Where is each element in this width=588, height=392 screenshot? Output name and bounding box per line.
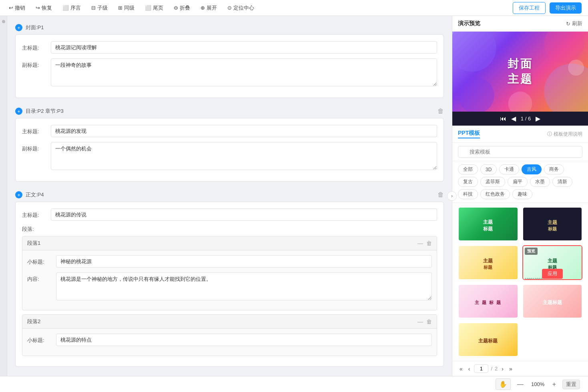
para2-subtitle-input[interactable] [56,334,432,346]
save-button[interactable]: 保存工程 [513,2,546,14]
undo-icon: ↩ [9,5,13,11]
tag-fresh[interactable]: 清新 [552,177,572,187]
tag-all[interactable]: 全部 [458,164,478,174]
toc-title-label: 主标题: [22,125,46,135]
toc-subtitle-input[interactable]: 一个偶然的机会 [51,142,437,170]
template-item-4[interactable]: 主题 标题 应用 预览 100010002 [522,245,583,280]
tail-button[interactable]: ⬜ 尾页 [142,3,166,13]
para1-content-row: 内容: 桃花源是一个神秘的地方，传说中只有有缘人才能找到它的位置。 [27,272,432,300]
tag-ancient[interactable]: 古风 [522,164,542,174]
preview-current-page: 1 [521,116,524,122]
export-button[interactable]: 导出演示 [550,2,582,14]
template-item-2[interactable]: 主题 标题 预览 [522,207,583,241]
cover-section-header: + 封面:P1 [15,24,444,31]
hand-tool-button[interactable]: ✋ [496,378,511,390]
template-item-6[interactable]: 主题标题 预览 [522,284,583,318]
paragraph-1-delete[interactable]: 🗑 [426,240,432,246]
template-thumb-5: 主 题 标 题 [459,285,518,318]
preview-text-overlay: 封面 主题 [508,56,533,87]
undo-button[interactable]: ↩ 撤销 [6,3,28,13]
toc-section-label: 目录:P2 章节:P3 [26,108,64,115]
preview-prev-button[interactable]: ◀ [511,115,516,122]
right-panel: 演示预览 ↻ 刷新 封面 主题 ⏮ ◀ [452,16,588,376]
reset-button[interactable]: 重置 [562,380,580,389]
cover-subtitle-input[interactable]: 一段神奇的故事 [51,58,437,86]
tag-tech[interactable]: 科技 [458,189,478,199]
sibling-label: 同级 [124,4,134,12]
paragraph-1-header: 段落1 — 🗑 [22,236,437,250]
child-label: 子级 [97,4,108,12]
template-4-apply-btn[interactable]: 应用 [542,269,563,279]
para1-subtitle-input[interactable] [56,255,432,268]
cover-section-label: 封面:P1 [26,24,44,31]
toc-title-input[interactable] [51,125,437,137]
cover-title-row: 主标题: [22,41,437,54]
redo-button[interactable]: ↪ 恢复 [33,3,54,13]
template-item-7[interactable]: 主题标题 预览 [458,322,518,357]
main-layout: + 封面:P1 主标题: 副标题: 一段神奇的故事 + 目录:P2 章节:P3 … [0,16,588,376]
body-add-button[interactable]: + [15,191,22,198]
search-bar: 🔍 [452,143,588,161]
collapse-label: 折叠 [180,4,190,12]
template-thumb-4: 主题 标题 应用 预览 100010002 [523,246,582,280]
paragraph-2-delete[interactable]: 🗑 [426,318,432,325]
template-4-preview-label: 预览 [525,248,538,255]
tag-memphis[interactable]: 孟菲斯 [480,177,505,187]
sibling-button[interactable]: ⊞ 同级 [116,3,137,13]
undo-label: 撤销 [15,4,25,12]
cover-add-button[interactable]: + [15,24,22,31]
preview-total-pages: 6 [528,116,531,122]
toc-section: + 目录:P2 章节:P3 🗑 主标题: 副标题: 一个偶然的机会 [15,108,444,182]
preview-title: 演示预览 [458,20,480,27]
body-title-label: 主标题: [22,208,46,219]
collapse-panel-button[interactable]: › [447,191,457,201]
tag-cartoon[interactable]: 卡通 [499,164,519,174]
template-help-button[interactable]: ⓘ 模板使用说明 [547,131,582,138]
child-button[interactable]: ⊟ 子级 [89,3,110,13]
preview-first-button[interactable]: ⏮ [500,115,506,122]
center-button[interactable]: ⊙ 定位中心 [225,3,257,13]
paragraph-2-minimize[interactable]: — [417,318,423,325]
preface-icon: ⬜ [62,5,69,11]
toc-delete-button[interactable]: 🗑 [437,108,444,115]
tag-3d[interactable]: 3D [480,164,497,174]
cover-card: 主标题: 副标题: 一段神奇的故事 [15,34,444,98]
search-input[interactable] [458,146,582,158]
expand-button[interactable]: ⊕ 展开 [198,3,219,13]
pagination-bar: « ‹ / 2 › » [452,361,588,376]
redo-icon: ↪ [36,5,40,11]
preview-line1: 封面 [508,56,533,72]
tag-retro[interactable]: 复古 [458,177,478,187]
body-delete-button[interactable]: 🗑 [437,191,444,198]
para1-content-input[interactable]: 桃花源是一个神秘的地方，传说中只有有缘人才能找到它的位置。 [56,272,432,300]
tag-business[interactable]: 商务 [544,164,564,174]
paragraph-1-minimize[interactable]: — [417,240,423,246]
tag-ink[interactable]: 水墨 [530,177,550,187]
tag-govt[interactable]: 红色政务 [480,189,510,199]
tag-flat[interactable]: 扁平 [508,177,528,187]
template-item-3[interactable]: 主题 标题 预览 [458,245,518,280]
tag-fun[interactable]: 趣味 [512,189,532,199]
template-thumb-6: 主题标题 [523,285,582,318]
page-next-button[interactable]: › [500,365,505,373]
page-input[interactable] [474,364,488,373]
preview-next-button[interactable]: ▶ [536,115,540,122]
page-first-button[interactable]: « [458,365,464,373]
template-4-id: 100010002 [525,277,543,280]
expand-label: 展开 [207,4,217,12]
refresh-button[interactable]: ↻ 刷新 [566,20,582,27]
template-item-1[interactable]: 主题 标题 预览 [458,207,518,241]
page-prev-button[interactable]: ‹ [467,365,472,373]
page-last-button[interactable]: » [508,365,514,373]
zoom-in-button[interactable]: + [550,380,558,389]
preface-button[interactable]: ⬜ 序言 [60,3,83,13]
template-item-5[interactable]: 主 题 标 题 预览 [458,284,518,318]
collapse-button[interactable]: ⊖ 折叠 [171,3,193,13]
cover-title-input[interactable] [51,41,437,54]
preface-label: 序言 [70,4,81,12]
template-thumb-3: 主题 标题 [459,246,518,280]
body-section-label: 正文:P4 [26,191,44,198]
toc-add-button[interactable]: + [15,108,22,115]
zoom-out-button[interactable]: — [515,380,526,389]
body-title-input[interactable] [51,208,437,221]
